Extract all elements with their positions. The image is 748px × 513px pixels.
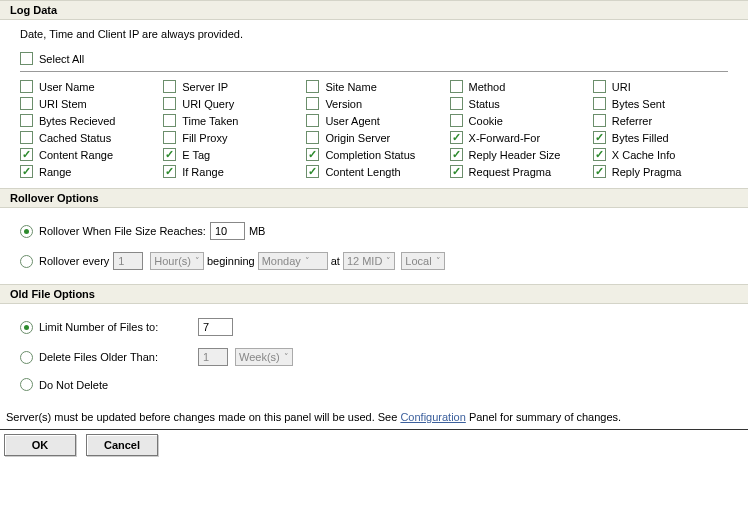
configuration-link[interactable]: Configuration [400,411,465,423]
field-label: Fill Proxy [182,132,227,144]
field-checkbox[interactable] [306,165,319,178]
field-checkbox[interactable] [20,114,33,127]
no-delete-radio[interactable] [20,378,33,391]
field-checkbox[interactable] [20,148,33,161]
field-label: Time Taken [182,115,238,127]
field-label: Content Length [325,166,400,178]
rollover-size-input[interactable] [210,222,245,240]
field-checkbox[interactable] [163,80,176,93]
delete-older-radio[interactable] [20,351,33,364]
field-label: X Cache Info [612,149,676,161]
select-all-label: Select All [39,53,84,65]
delete-older-label: Delete Files Older Than: [39,351,194,363]
delete-older-unit-select[interactable]: Week(s) [235,348,293,366]
field-checkbox[interactable] [593,165,606,178]
footer-note-before: Server(s) must be updated before changes… [6,411,400,423]
field-label: User Agent [325,115,379,127]
field-label: Completion Status [325,149,415,161]
rollover-every-radio[interactable] [20,255,33,268]
field-checkbox[interactable] [450,131,463,144]
ok-button[interactable]: OK [4,434,76,456]
field-checkbox[interactable] [20,131,33,144]
rollover-time-select[interactable]: 12 MID [343,252,395,270]
field-label: X-Forward-For [469,132,541,144]
field-checkbox[interactable] [163,148,176,161]
field-label: URI Stem [39,98,87,110]
field-label: Bytes Filled [612,132,669,144]
field-label: Version [325,98,362,110]
field-checkbox[interactable] [163,165,176,178]
field-label: Reply Pragma [612,166,682,178]
field-checkbox[interactable] [306,80,319,93]
rollover-body: Rollover When File Size Reaches: MB Roll… [0,208,748,284]
cancel-button[interactable]: Cancel [86,434,158,456]
field-label: URI Query [182,98,234,110]
limit-files-label: Limit Number of Files to: [39,321,194,333]
footer-note: Server(s) must be updated before changes… [0,405,748,430]
footer-note-after: Panel for summary of changes. [466,411,621,423]
field-checkbox[interactable] [306,131,319,144]
oldfile-body: Limit Number of Files to: Delete Files O… [0,304,748,405]
log-data-body: Date, Time and Client IP are always prov… [0,20,748,188]
field-checkbox[interactable] [593,97,606,110]
rollover-size-unit: MB [249,225,266,237]
field-checkbox[interactable] [20,97,33,110]
field-checkbox[interactable] [163,114,176,127]
field-label: Reply Header Size [469,149,561,161]
field-label: Range [39,166,71,178]
field-label: Bytes Sent [612,98,665,110]
field-label: User Name [39,81,95,93]
select-all-row: Select All [20,50,728,72]
rollover-beginning-label: beginning [207,255,255,267]
field-checkbox[interactable] [450,148,463,161]
field-label: Cached Status [39,132,111,144]
field-checkbox[interactable] [450,165,463,178]
field-checkbox[interactable] [450,80,463,93]
field-checkbox[interactable] [593,80,606,93]
field-checkbox[interactable] [20,165,33,178]
field-label: E Tag [182,149,210,161]
field-label: URI [612,81,631,93]
rollover-size-label: Rollover When File Size Reaches: [39,225,206,237]
rollover-at-label: at [331,255,340,267]
field-checkbox[interactable] [593,131,606,144]
field-label: Status [469,98,500,110]
field-checkbox[interactable] [306,97,319,110]
field-label: If Range [182,166,224,178]
field-checkbox[interactable] [593,114,606,127]
field-checkbox[interactable] [20,80,33,93]
log-data-description: Date, Time and Client IP are always prov… [20,28,728,40]
field-label: Request Pragma [469,166,552,178]
limit-files-radio[interactable] [20,321,33,334]
rollover-size-radio[interactable] [20,225,33,238]
field-checkbox[interactable] [450,97,463,110]
oldfile-header: Old File Options [0,284,748,304]
field-checkbox[interactable] [163,131,176,144]
rollover-tz-select[interactable]: Local [401,252,444,270]
field-checkbox[interactable] [450,114,463,127]
field-label: Site Name [325,81,376,93]
rollover-header: Rollover Options [0,188,748,208]
field-checkbox[interactable] [593,148,606,161]
field-label: Referrer [612,115,652,127]
log-data-header: Log Data [0,0,748,20]
field-label: Origin Server [325,132,390,144]
select-all-checkbox[interactable] [20,52,33,65]
rollover-every-input[interactable] [113,252,143,270]
rollover-day-select[interactable]: Monday [258,252,328,270]
field-checkbox[interactable] [306,148,319,161]
no-delete-label: Do Not Delete [39,379,108,391]
log-fields-grid: User NameServer IPSite NameMethodURIURI … [20,78,728,180]
delete-older-input[interactable] [198,348,228,366]
rollover-every-label: Rollover every [39,255,109,267]
field-label: Cookie [469,115,503,127]
field-label: Server IP [182,81,228,93]
field-label: Method [469,81,506,93]
limit-files-input[interactable] [198,318,233,336]
field-label: Bytes Recieved [39,115,115,127]
field-checkbox[interactable] [163,97,176,110]
field-label: Content Range [39,149,113,161]
field-checkbox[interactable] [306,114,319,127]
button-bar: OK Cancel [0,430,748,460]
rollover-unit-select[interactable]: Hour(s) [150,252,204,270]
